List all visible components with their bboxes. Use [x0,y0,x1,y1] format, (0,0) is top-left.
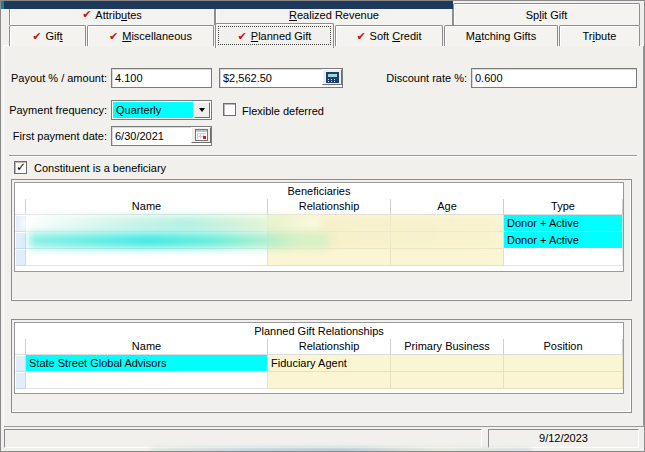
beneficiary-relationship-cell[interactable] [268,249,391,266]
row-header[interactable] [15,372,26,389]
relationship-position-cell[interactable] [504,355,623,372]
row-header[interactable] [15,355,26,372]
relationship-primary-business-cell[interactable] [391,355,504,372]
beneficiary-name-cell[interactable] [26,215,268,232]
chevron-down-icon [199,108,205,112]
tab-gift-label: Gift [46,30,63,42]
tab-soft-credit[interactable]: ✔ Soft Credit [335,25,443,46]
column-header-type: Type [504,199,623,215]
table-row[interactable] [15,249,623,266]
beneficiary-relationship-cell[interactable] [268,215,391,232]
payout-percent-input[interactable] [111,68,212,88]
background-blur-strip [151,448,531,452]
tab-matching-gifts[interactable]: Matching Gifts [444,25,558,46]
relationship-primary-business-cell[interactable] [391,372,504,389]
column-header-name: Name [26,199,268,215]
calendar-button[interactable] [191,127,211,143]
beneficiary-type-cell[interactable]: Donor + Active [504,215,623,232]
relationship-position-cell[interactable] [504,372,623,389]
beneficiary-name-cell[interactable] [26,232,268,249]
discount-rate-input[interactable] [471,68,637,88]
row-header[interactable] [15,232,26,249]
red-check-icon: ✔ [356,31,365,42]
column-header-relationship: Relationship [268,339,391,355]
payment-frequency-dropdown-button[interactable] [194,102,210,118]
calculator-button[interactable] [322,69,342,85]
tab-miscellaneous-label: Miscellaneous [122,30,192,42]
calendar-icon [195,129,208,141]
payment-frequency-label: Payment frequency: [5,104,107,117]
red-check-icon: ✔ [32,31,41,42]
flexible-deferred-checkbox[interactable] [223,103,236,116]
relationship-name-cell[interactable] [26,372,268,389]
column-header-age: Age [391,199,504,215]
constituent-beneficiary-label: Constituent is a beneficiary [34,162,166,175]
beneficiaries-grid-title: Beneficiaries [15,183,623,199]
relationship-name-cell[interactable]: State Street Global Advisors [26,355,268,372]
row-header[interactable] [15,215,26,232]
payment-frequency-value: Quarterly [113,102,193,118]
tab-split-gift-label: Split Gift [526,9,568,21]
titlebar-remnant [1,1,453,9]
tab-realized-revenue-label: Realized Revenue [289,9,379,21]
status-bar-panel [4,429,482,448]
column-header-relationship: Relationship [268,199,391,215]
table-row[interactable]: Donor + Active [15,215,623,232]
relationships-group: Planned Gift Relationships Name Relation… [11,319,632,413]
relationships-header-row: Name Relationship Primary Business Posit… [15,339,623,355]
beneficiary-type-cell[interactable] [504,249,623,266]
tab-planned-gift-label: Planned Gift [251,30,312,42]
beneficiary-type-cell[interactable]: Donor + Active [504,232,623,249]
tab-tribute[interactable]: Tribute [559,25,640,46]
section-separator [9,155,637,157]
calculator-icon [326,72,339,83]
table-row[interactable]: State Street Global Advisors Fiduciary A… [15,355,623,372]
first-payment-date-label: First payment date: [5,130,107,143]
discount-rate-label: Discount rate %: [367,72,467,85]
tab-attributes-label: Attributes [95,9,142,21]
beneficiaries-group: Beneficiaries Name Relationship Age Type… [11,179,632,301]
tab-tribute-label: Tribute [583,30,617,42]
tab-miscellaneous[interactable]: ✔ Miscellaneous [87,25,214,46]
beneficiary-age-cell[interactable] [391,215,504,232]
red-check-icon: ✔ [238,31,247,42]
relationships-grid-title: Planned Gift Relationships [15,323,623,339]
beneficiaries-grid: Beneficiaries Name Relationship Age Type… [14,182,624,272]
first-payment-date-field [111,126,212,146]
payout-label: Payout % / amount: [5,72,107,85]
flexible-deferred-label: Flexible deferred [242,105,324,118]
tab-soft-credit-label: Soft Credit [370,30,422,42]
row-header[interactable] [15,249,26,266]
red-check-icon: ✔ [109,31,118,42]
beneficiary-relationship-cell[interactable] [268,232,391,249]
beneficiary-age-cell[interactable] [391,249,504,266]
table-row[interactable] [15,372,623,389]
red-check-icon: ✔ [82,9,91,20]
beneficiary-age-cell[interactable] [391,232,504,249]
tab-planned-gift[interactable]: ✔ Planned Gift [215,23,334,48]
beneficiaries-header-row: Name Relationship Age Type [15,199,623,215]
column-header-name: Name [26,339,268,355]
column-header-position: Position [504,339,623,355]
relationship-type-cell[interactable] [268,372,391,389]
window-border-accent [1,1,4,9]
constituent-beneficiary-checkbox[interactable] [14,161,27,174]
tab-matching-gifts-label: Matching Gifts [466,30,536,42]
planned-gift-window: ✔ Attributes Realized Revenue Split Gift… [0,0,645,452]
table-row[interactable]: Donor + Active [15,232,623,249]
relationships-grid: Planned Gift Relationships Name Relation… [14,322,624,394]
relationship-type-cell[interactable]: Fiduciary Agent [268,355,391,372]
beneficiary-name-cell[interactable] [26,249,268,266]
tab-gift[interactable]: ✔ Gift [9,25,86,46]
payout-amount-field [219,68,343,88]
tab-split-gift[interactable]: Split Gift [453,3,640,25]
payment-frequency-select[interactable]: Quarterly [111,100,212,120]
column-header-primary-business: Primary Business [391,339,504,355]
status-bar-date: 9/12/2023 [488,429,639,448]
